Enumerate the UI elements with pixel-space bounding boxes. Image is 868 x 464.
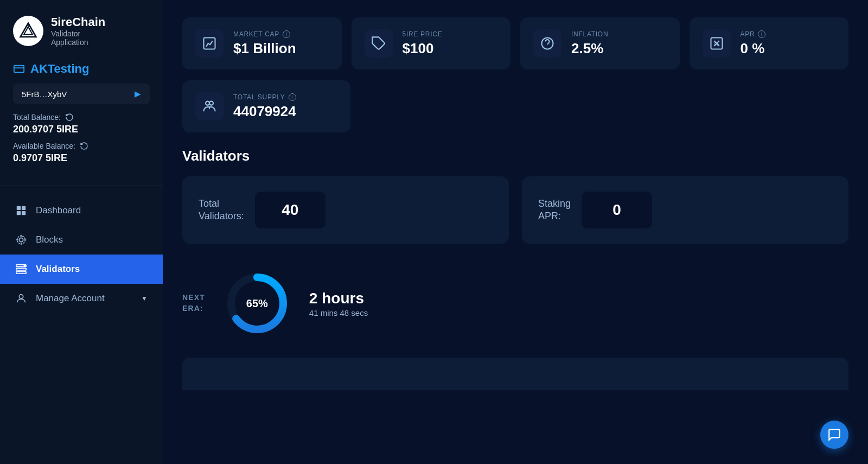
total-balance-label: Total Balance: xyxy=(13,113,150,122)
staking-apr-card: StakingAPR: 0 xyxy=(522,176,848,244)
market-cap-icon xyxy=(195,29,224,58)
sidebar: 5ireChain Validator Application AKTestin… xyxy=(0,0,163,464)
total-supply-label: TOTAL SUPPLY i xyxy=(233,93,296,101)
sidebar-item-label: Manage Account xyxy=(36,293,105,304)
app-title: 5ireChain xyxy=(51,15,105,29)
era-percent-text: 65% xyxy=(246,297,268,310)
sidebar-item-label: Blocks xyxy=(36,234,63,245)
inflation-card: INFLATION 2.5% xyxy=(520,17,680,69)
play-icon: ▶ xyxy=(135,89,141,99)
next-era-label: NEXTERA: xyxy=(182,293,205,314)
staking-apr-value: 0 xyxy=(582,192,652,228)
info-icon: i xyxy=(283,30,290,38)
chat-button[interactable] xyxy=(820,421,848,449)
chevron-down-icon: ▼ xyxy=(141,295,148,302)
sidebar-account: AKTesting 5FrB…XybV ▶ Total Balance: 200… xyxy=(0,62,163,181)
total-supply-info: TOTAL SUPPLY i 44079924 xyxy=(233,93,296,120)
era-section: NEXTERA: 65% 2 hours xyxy=(182,260,848,347)
sidebar-item-label: Validators xyxy=(36,264,80,275)
total-validators-card: TotalValidators: 40 xyxy=(182,176,509,244)
total-supply-row: TOTAL SUPPLY i 44079924 xyxy=(182,80,848,132)
info-icon: i xyxy=(289,93,296,101)
app-subtitle: Validator Application xyxy=(51,29,105,47)
era-donut-chart: 65% xyxy=(225,271,290,336)
sidebar-item-blocks[interactable]: Blocks xyxy=(0,225,163,255)
sidebar-item-validators[interactable]: Validators xyxy=(0,255,163,284)
svg-point-19 xyxy=(19,295,23,298)
svg-rect-8 xyxy=(22,211,25,215)
market-cap-label: MARKET CAP i xyxy=(233,30,296,38)
bottom-table-bar xyxy=(182,358,848,390)
sidebar-item-label: Dashboard xyxy=(36,205,81,216)
available-balance-value: 0.9707 5IRE xyxy=(13,152,150,164)
main-content: MARKET CAP i $1 Billion 5IRE PRICE $100 xyxy=(163,0,868,464)
svg-point-10 xyxy=(17,236,25,244)
price-label: 5IRE PRICE xyxy=(403,30,443,38)
inflation-info: INFLATION 2.5% xyxy=(571,30,608,57)
validators-title: Validators xyxy=(182,148,848,164)
price-info: 5IRE PRICE $100 xyxy=(403,30,443,57)
svg-rect-16 xyxy=(16,268,26,270)
svg-point-9 xyxy=(19,238,23,241)
price-icon xyxy=(365,29,393,58)
validators-section: Validators TotalValidators: 40 StakingAP… xyxy=(182,148,848,347)
staking-apr-label: StakingAPR: xyxy=(538,198,571,223)
apr-info: APR i 0 % xyxy=(741,30,766,57)
market-cap-value: $1 Billion xyxy=(233,40,296,57)
available-balance-label: Available Balance: xyxy=(13,142,150,150)
apr-value: 0 % xyxy=(741,40,766,57)
svg-rect-6 xyxy=(22,206,25,210)
sidebar-item-dashboard[interactable]: Dashboard xyxy=(0,196,163,225)
account-name: AKTesting xyxy=(13,62,150,76)
inflation-value: 2.5% xyxy=(571,40,608,57)
svg-rect-5 xyxy=(17,206,21,210)
total-supply-value: 44079924 xyxy=(233,103,296,120)
logo-text: 5ireChain Validator Application xyxy=(51,15,105,47)
apr-card: % APR i 0 % xyxy=(690,17,849,69)
svg-rect-17 xyxy=(16,272,26,274)
svg-rect-7 xyxy=(17,211,21,215)
era-time-sub: 41 mins 48 secs xyxy=(309,308,368,317)
era-time-info: 2 hours 41 mins 48 secs xyxy=(309,290,368,317)
price-value: $100 xyxy=(403,40,443,57)
svg-text:%: % xyxy=(714,41,718,47)
account-address-button[interactable]: 5FrB…XybV ▶ xyxy=(13,84,150,104)
stats-row: MARKET CAP i $1 Billion 5IRE PRICE $100 xyxy=(182,17,848,69)
market-cap-info: MARKET CAP i $1 Billion xyxy=(233,30,296,57)
inflation-label: INFLATION xyxy=(571,30,608,38)
sidebar-item-manage-account[interactable]: Manage Account ▼ xyxy=(0,284,163,313)
sidebar-nav: Dashboard Blocks Validators xyxy=(0,190,163,464)
market-cap-card: MARKET CAP i $1 Billion xyxy=(182,17,342,69)
total-validators-value: 40 xyxy=(255,192,326,228)
price-card: 5IRE PRICE $100 xyxy=(352,17,511,69)
sidebar-logo: 5ireChain Validator Application xyxy=(0,0,163,62)
svg-rect-4 xyxy=(14,66,24,73)
logo-icon xyxy=(13,16,43,46)
total-validators-label: TotalValidators: xyxy=(199,198,244,223)
era-time-main: 2 hours xyxy=(309,290,368,307)
sidebar-divider xyxy=(0,186,163,186)
inflation-icon xyxy=(533,29,561,58)
svg-rect-20 xyxy=(204,38,215,49)
apr-label: APR i xyxy=(741,30,766,38)
info-icon: i xyxy=(758,30,765,38)
apr-icon: % xyxy=(703,29,731,58)
total-supply-card: TOTAL SUPPLY i 44079924 xyxy=(182,80,350,132)
svg-point-18 xyxy=(24,265,26,267)
validators-cards-row: TotalValidators: 40 StakingAPR: 0 xyxy=(182,176,848,244)
svg-point-29 xyxy=(209,101,213,105)
total-balance-value: 200.9707 5IRE xyxy=(13,124,150,135)
total-supply-icon xyxy=(195,92,224,120)
